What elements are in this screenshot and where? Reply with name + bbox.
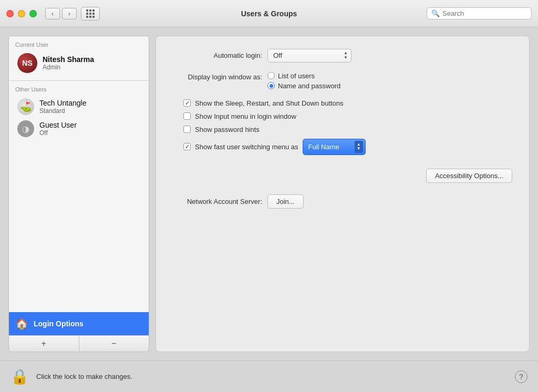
input-menu-checkbox[interactable]: Show Input menu in login window (183, 112, 512, 120)
grid-view-button[interactable] (81, 7, 100, 20)
checkbox-icon: ✓ (183, 143, 191, 150)
chevron-updown-icon: ▲▼ (355, 141, 363, 153)
user-name: Tech Untangle (39, 99, 87, 107)
remove-user-button[interactable]: − (79, 336, 149, 352)
help-button[interactable]: ? (515, 370, 527, 383)
automatic-login-select[interactable]: Off ▲▼ (267, 49, 351, 63)
sidebar: Current User NS Nitesh Sharma Admin Othe… (8, 36, 149, 352)
titlebar: ‹ › Users & Groups 🔍 (0, 0, 538, 27)
sleep-restart-label: Show the Sleep, Restart, and Shut Down b… (195, 99, 344, 107)
minus-icon: − (111, 339, 116, 348)
accessibility-options-label: Accessibility Options... (435, 172, 503, 180)
checkbox-section: ✓ Show the Sleep, Restart, and Shut Down… (173, 99, 512, 156)
forward-button[interactable]: › (62, 8, 77, 19)
sidebar-panel: Current User NS Nitesh Sharma Admin Othe… (8, 36, 149, 336)
sleep-restart-checkbox[interactable]: ✓ Show the Sleep, Restart, and Shut Down… (183, 99, 512, 107)
current-user-label: Current User (15, 42, 142, 48)
accessibility-options-button[interactable]: Accessibility Options... (426, 169, 512, 183)
traffic-lights (6, 10, 37, 17)
minimize-button[interactable] (18, 10, 25, 17)
maximize-button[interactable] (29, 10, 37, 17)
user-role: Standard (39, 107, 87, 115)
password-hints-label: Show password hints (195, 126, 260, 133)
window-title: Users & Groups (241, 9, 297, 18)
fast-switching-select[interactable]: Full Name ▲▼ (303, 139, 366, 156)
bottom-bar: 🔒 Click the lock to make changes. ? (0, 360, 538, 392)
name-and-password-label: Name and password (278, 82, 340, 90)
other-users-section: Other Users ⛳ Tech Untangle Standard ◑ G… (9, 81, 149, 202)
plus-icon: + (42, 339, 46, 348)
main-content: Current User NS Nitesh Sharma Admin Othe… (0, 27, 538, 360)
nav-buttons: ‹ › (45, 8, 77, 19)
avatar: ⛳ (17, 98, 34, 115)
join-button-label: Join... (276, 198, 295, 205)
radio-group: List of users Name and password (267, 72, 340, 90)
automatic-login-value: Off (273, 51, 339, 59)
automatic-login-row: Automatic login: Off ▲▼ (173, 49, 512, 63)
radio-icon (267, 72, 275, 79)
checkmark-icon: ✓ (185, 144, 190, 150)
password-hints-checkbox[interactable]: Show password hints (183, 126, 512, 133)
radio-icon (267, 82, 275, 89)
fast-user-switching-row: ✓ Show fast user switching menu as Full … (183, 139, 512, 156)
fast-switching-label: Show fast user switching menu as (195, 143, 298, 151)
network-account-row: Network Account Server: Join... (173, 194, 512, 209)
current-user-item[interactable]: NS Nitesh Sharma Admin (15, 51, 142, 75)
lock-text: Click the lock to make changes. (36, 373, 508, 380)
checkbox-icon (183, 126, 191, 133)
grid-icon (86, 9, 95, 18)
right-panel: Automatic login: Off ▲▼ Display login wi… (156, 36, 530, 352)
login-options-label: Login Options (34, 319, 84, 328)
list-item[interactable]: ⛳ Tech Untangle Standard (15, 96, 142, 118)
checkmark-icon: ✓ (185, 100, 190, 106)
checkbox-icon: ✓ (183, 99, 191, 107)
list-item[interactable]: ◑ Guest User Off (15, 118, 142, 140)
checkbox-icon (183, 112, 191, 120)
network-account-label: Network Account Server: (173, 198, 262, 205)
user-info: Nitesh Sharma Admin (43, 55, 94, 71)
full-name-value: Full Name (308, 143, 351, 151)
user-info: Tech Untangle Standard (39, 99, 87, 115)
display-login-row: Display login window as: List of users N… (173, 72, 512, 90)
automatic-login-label: Automatic login: (173, 51, 262, 59)
lock-icon[interactable]: 🔒 (11, 368, 29, 385)
avatar: NS (17, 53, 37, 73)
display-login-label: Display login window as: (173, 73, 262, 81)
user-role: Off (39, 129, 77, 137)
help-label: ? (519, 373, 523, 381)
home-icon: 🏠 (15, 317, 28, 330)
accessibility-row: Accessibility Options... (173, 169, 512, 183)
login-options-item[interactable]: 🏠 Login Options (9, 312, 149, 335)
search-box[interactable]: 🔍 (427, 7, 532, 19)
chevron-updown-icon: ▲▼ (344, 51, 348, 60)
list-of-users-radio[interactable]: List of users (267, 72, 340, 80)
user-name: Guest User (39, 121, 77, 129)
avatar: ◑ (17, 120, 34, 137)
user-role: Admin (43, 64, 94, 71)
search-input[interactable] (442, 9, 527, 17)
input-menu-label: Show Input menu in login window (195, 112, 296, 120)
back-button[interactable]: ‹ (45, 8, 60, 19)
user-name: Nitesh Sharma (43, 55, 94, 64)
join-button[interactable]: Join... (267, 194, 304, 209)
name-and-password-radio[interactable]: Name and password (267, 82, 340, 90)
sidebar-toolbar: + − (8, 336, 149, 352)
current-user-section: Current User NS Nitesh Sharma Admin (9, 36, 149, 81)
other-users-label: Other Users (15, 86, 142, 92)
add-user-button[interactable]: + (9, 336, 79, 352)
close-button[interactable] (6, 10, 14, 17)
search-icon: 🔍 (431, 9, 440, 17)
list-of-users-label: List of users (278, 72, 315, 80)
user-info: Guest User Off (39, 121, 77, 137)
